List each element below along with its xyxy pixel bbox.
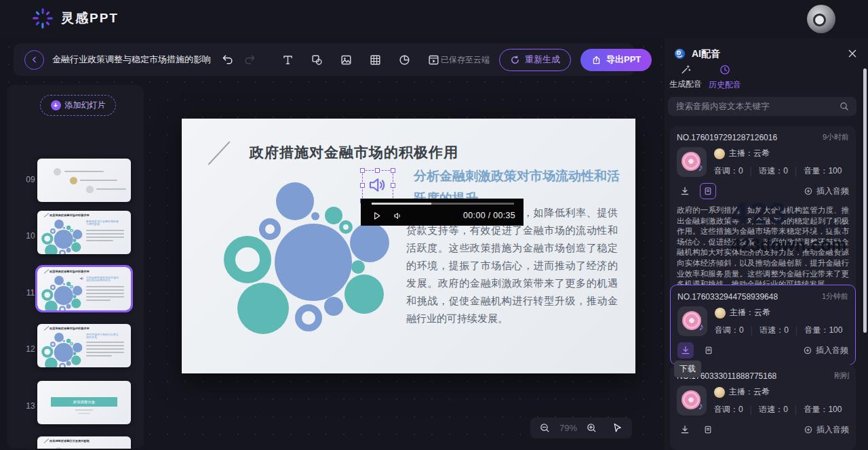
player-progress-loaded (372, 203, 431, 205)
insert-audio-button[interactable]: 插入音频 (804, 186, 849, 197)
thumb-title: 政府措施对金融市场的积极作用 (50, 327, 90, 331)
volume-value: 音量：100 (804, 165, 842, 177)
selection-handle[interactable] (375, 168, 380, 173)
volume-button[interactable] (393, 211, 403, 221)
insert-audio-label: 插入音频 (816, 345, 848, 356)
thumb-circle (86, 186, 94, 193)
thumb-circle (54, 168, 61, 176)
insert-audio-button[interactable]: 插入音频 (804, 424, 849, 436)
editor-toolbar: 金融行业政策调整与稳定市场措施的影响 (14, 43, 635, 76)
save-status: 已保存至云端 (441, 54, 490, 66)
audio-transcript-text: 政府的一系列措施，如加大金融机构监管力度、推出金融刺激政策等，对金融市场的稳定起… (677, 205, 849, 290)
add-slide-button[interactable]: + 添加幻灯片 (40, 95, 116, 116)
app-logo: 灵感PPT (31, 7, 119, 30)
thumb-textline (86, 230, 124, 231)
tab-history-voice-active[interactable]: 历史配音 (705, 64, 745, 91)
user-avatar[interactable] (807, 5, 835, 33)
thumb-textline (86, 233, 124, 234)
thumbnail-slide-13[interactable]: 政策调整对金 (37, 381, 131, 424)
slide-canvas[interactable]: 政府措施对金融市场的积极作用 分析金融刺激政策对市场流动性和活跃度的提升 政府实… (182, 119, 635, 373)
download-button-hovered[interactable] (677, 342, 694, 359)
document-icon (704, 346, 713, 355)
speaker-icon (367, 175, 387, 195)
metric-divider: │ (749, 167, 754, 176)
search-icon[interactable] (839, 101, 850, 112)
insert-table-button[interactable] (368, 52, 382, 67)
music-note-icon: ♪ (698, 400, 704, 411)
thumb-subtitle: 分析金融刺激政策对市场流动性和活跃度的提升 (86, 276, 119, 283)
text-icon (281, 54, 294, 66)
thumb-subtitle: 评估市场信心和经济发展之间的关系 (86, 333, 119, 340)
thumbnail-slide-12[interactable]: 政府措施对金融市场的积极作用 评估市场信心和经济发展之间的关系 (37, 324, 131, 367)
selection-handle[interactable] (391, 183, 395, 188)
thumb-title-band: 政策调整对金 (51, 397, 117, 407)
insert-audio-button[interactable]: 插入音频 (803, 345, 848, 356)
export-ppt-button[interactable]: 导出PPT (580, 49, 652, 71)
back-button[interactable] (24, 50, 44, 70)
slide-number: 13 (23, 401, 38, 411)
music-note-icon: ♪ (698, 161, 704, 173)
thumbnail-slide-09[interactable] (37, 159, 131, 202)
thumb-dash (44, 438, 50, 443)
download-tooltip: 下载 (674, 361, 701, 377)
audio-player: 00:00 / 00:35 (361, 199, 524, 226)
thumb-dash (44, 213, 50, 218)
thumbnail-slide-14[interactable]: 政策调整对金融行业发展的影响 (37, 436, 131, 449)
undo-button[interactable] (220, 52, 235, 67)
thumb-textline (86, 300, 111, 301)
player-progress-bar[interactable] (372, 203, 514, 205)
thumb-subtitle: 解析政府加大金融机构监管力度的影响 (86, 220, 119, 226)
panel-title: AI配音 (692, 48, 720, 60)
close-icon[interactable] (847, 48, 858, 59)
thumbnail-slide-10[interactable]: 政府措施对金融市场的积极作用 解析政府加大金融机构监管力度的影响 (37, 211, 131, 254)
audio-element-selected[interactable] (362, 170, 393, 201)
download-button[interactable] (677, 422, 693, 438)
selection-handle[interactable] (360, 168, 365, 173)
thumb-textline (86, 293, 124, 294)
image-icon (340, 54, 353, 66)
zoom-out-button[interactable] (539, 422, 551, 434)
cursor-tool-button[interactable] (612, 422, 623, 434)
audio-history-card-1[interactable]: NO.1760197291287126016 9小时前 ♪ 主播：云希 音调：0… (670, 126, 856, 296)
document-icon (703, 186, 713, 196)
insert-audio-label: 插入音频 (816, 424, 849, 436)
volume-value: 音量：100 (804, 404, 842, 415)
thumb-dash (44, 269, 50, 274)
regenerate-button[interactable]: 重新生成 (499, 49, 571, 71)
zoom-in-button[interactable] (586, 422, 597, 434)
transcript-button-active[interactable] (700, 183, 716, 199)
thumb-textline (64, 171, 104, 172)
insert-chart-button[interactable] (397, 52, 412, 67)
thumb-title: 政策调整对金融行业发展的影响 (50, 439, 90, 443)
redo-button[interactable] (242, 52, 257, 67)
insert-media-button[interactable] (426, 52, 441, 67)
plus-icon: + (51, 100, 61, 110)
undo-icon (221, 53, 235, 66)
insert-shape-button[interactable] (309, 52, 324, 67)
play-button[interactable] (372, 211, 382, 221)
tab-generate-voice[interactable]: 生成配音 (666, 64, 705, 90)
table-icon (369, 54, 382, 66)
magic-wand-icon (680, 64, 692, 75)
panel-scrollbar[interactable] (863, 68, 867, 333)
audio-history-card-2-selected[interactable]: NO.1760332944758939648 1分钟前 ♪ 主播：云希 音调：0… (670, 285, 856, 365)
bubble-graphic (41, 219, 83, 254)
insert-text-button[interactable] (280, 52, 295, 67)
thumbnail-slide-11-selected[interactable]: 政府措施对金融市场的积极作用 分析金融刺激政策对市场流动性和活跃度的提升 (37, 267, 131, 310)
plus-circle-icon (804, 425, 813, 434)
transcript-button[interactable] (701, 342, 717, 359)
audio-art: ♪ (677, 147, 707, 177)
thumb-textline (80, 180, 117, 181)
selection-handle[interactable] (391, 168, 395, 173)
transcript-button[interactable] (700, 422, 716, 438)
thumb-textline (78, 413, 90, 414)
anchor-name: 主播：云希 (729, 386, 770, 398)
app-logo-text: 灵感PPT (61, 9, 119, 27)
download-button[interactable] (677, 183, 693, 199)
insert-image-button[interactable] (338, 52, 353, 67)
selection-handle[interactable] (360, 183, 365, 188)
thumb-textline (86, 345, 124, 346)
thumb-textline (86, 355, 112, 356)
panel-header: AI配音 (673, 47, 720, 60)
search-input[interactable] (668, 102, 839, 111)
